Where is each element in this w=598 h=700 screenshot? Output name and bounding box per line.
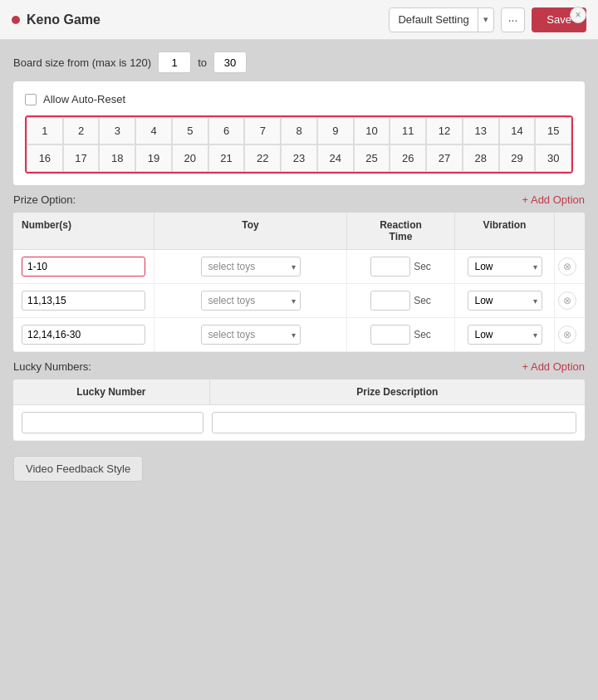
number-cell-10[interactable]: 10 [354, 117, 390, 144]
prize-label: Prize Option: [13, 193, 76, 206]
number-cell-30[interactable]: 30 [535, 144, 571, 172]
number-cell-7[interactable]: 7 [244, 117, 281, 144]
toy-select-wrapper-2: select toys [201, 291, 301, 311]
chevron-down-icon: ▾ [478, 8, 493, 32]
toy-select-1[interactable]: select toys [201, 257, 301, 277]
prize-numbers-input-3[interactable] [22, 325, 145, 345]
number-grid: 1 2 3 4 5 6 7 8 9 10 11 12 13 14 15 16 1… [25, 115, 573, 174]
board-size-to-label: to [198, 56, 207, 69]
close-icon[interactable]: × [570, 7, 586, 23]
toy-select-2[interactable]: select toys [201, 291, 301, 311]
prize-action-cell-1: ⊗ [555, 257, 585, 276]
lucky-row-1 [13, 405, 585, 441]
prize-table: Number(s) Toy ReactionTime Vibration sel… [13, 213, 585, 352]
title-right: Default Setting ▾ ··· Save [389, 7, 586, 32]
number-cell-9[interactable]: 9 [317, 117, 354, 144]
prize-numbers-cell-3 [13, 318, 154, 351]
number-cell-21[interactable]: 21 [208, 144, 245, 172]
lucky-table: Lucky Number Prize Description [13, 379, 585, 441]
board-size-to-input[interactable] [213, 51, 247, 73]
number-cell-18[interactable]: 18 [99, 144, 135, 172]
reaction-input-2[interactable] [370, 291, 410, 311]
title-bar: Keno Game Default Setting ▾ ··· Save × [0, 0, 598, 40]
number-cell-2[interactable]: 2 [63, 117, 100, 144]
feedback-style-button[interactable]: Video Feedback Style [13, 456, 143, 482]
prize-reaction-cell-3: Sec [347, 318, 455, 351]
delete-prize-row-1-button[interactable]: ⊗ [558, 257, 576, 276]
lucky-prize-cell-1 [212, 412, 576, 433]
setting-select[interactable]: Default Setting ▾ [389, 7, 493, 32]
vibration-select-1[interactable]: Low Medium High [468, 257, 542, 277]
delete-prize-row-2-button[interactable]: ⊗ [558, 291, 576, 310]
add-prize-option-button[interactable]: + Add Option [522, 193, 585, 206]
number-cell-24[interactable]: 24 [317, 144, 354, 172]
number-cell-12[interactable]: 12 [426, 117, 463, 144]
prize-row-1: select toys Sec Low Medium High [13, 250, 585, 284]
number-cell-29[interactable]: 29 [499, 144, 536, 172]
dots-button[interactable]: ··· [501, 7, 526, 32]
prize-toy-cell-1: select toys [154, 250, 347, 283]
add-lucky-option-button[interactable]: + Add Option [522, 360, 585, 373]
vibration-select-3[interactable]: Low Medium High [468, 325, 542, 345]
delete-prize-row-3-button[interactable]: ⊗ [558, 326, 576, 344]
prize-reaction-cell-2: Sec [347, 284, 455, 317]
number-cell-11[interactable]: 11 [390, 117, 426, 144]
number-cell-26[interactable]: 26 [390, 144, 426, 172]
number-cell-25[interactable]: 25 [354, 144, 390, 172]
reaction-input-1[interactable] [370, 257, 410, 277]
vibration-select-2[interactable]: Low Medium High [468, 291, 542, 311]
prize-row-2: select toys Sec Low Medium High [13, 284, 585, 318]
prize-numbers-input-2[interactable] [22, 291, 145, 311]
number-cell-20[interactable]: 20 [172, 144, 208, 172]
number-cell-4[interactable]: 4 [135, 117, 172, 144]
lucky-prize-input-1[interactable] [212, 412, 576, 433]
lucky-header: Lucky Numbers: + Add Option [13, 360, 585, 373]
prize-numbers-input-1[interactable] [22, 257, 145, 277]
reaction-input-3[interactable] [370, 325, 410, 345]
number-grid-row-2: 16 17 18 19 20 21 22 23 24 25 26 27 28 2… [27, 144, 571, 172]
title-left: Keno Game [12, 12, 100, 27]
header-reaction-time: ReactionTime [347, 213, 455, 249]
number-cell-22[interactable]: 22 [244, 144, 281, 172]
lucky-label: Lucky Numbers: [13, 360, 91, 373]
prize-numbers-cell-1 [13, 250, 154, 283]
prize-row-3: select toys Sec Low Medium High [13, 318, 585, 352]
number-cell-16[interactable]: 16 [27, 144, 63, 172]
number-cell-27[interactable]: 27 [426, 144, 463, 172]
number-cell-23[interactable]: 23 [281, 144, 317, 172]
toy-select-wrapper-3: select toys [201, 325, 301, 345]
number-cell-3[interactable]: 3 [99, 117, 135, 144]
prize-header: Prize Option: + Add Option [13, 193, 585, 206]
main-content: Board size from (max is 120) to Allow Au… [0, 40, 598, 700]
sec-label-1: Sec [414, 261, 431, 272]
lucky-num-cell-1 [22, 412, 212, 433]
number-cell-8[interactable]: 8 [281, 117, 317, 144]
auto-reset-checkbox[interactable] [25, 94, 37, 105]
lucky-header-prize: Prize Description [210, 379, 585, 404]
header-numbers: Number(s) [13, 213, 154, 249]
number-cell-13[interactable]: 13 [463, 117, 499, 144]
board-size-from-input[interactable] [158, 51, 191, 73]
prize-action-cell-2: ⊗ [555, 291, 585, 310]
number-cell-17[interactable]: 17 [63, 144, 100, 172]
vibration-select-wrapper-2: Low Medium High [468, 291, 542, 311]
prize-action-cell-3: ⊗ [555, 326, 585, 344]
sec-label-2: Sec [414, 295, 431, 306]
sec-label-3: Sec [414, 329, 431, 340]
number-cell-15[interactable]: 15 [535, 117, 571, 144]
lucky-number-input-1[interactable] [22, 412, 203, 433]
number-cell-1[interactable]: 1 [27, 117, 63, 144]
title-dot-icon [12, 16, 20, 24]
prize-reaction-cell-1: Sec [347, 250, 455, 283]
header-toy: Toy [154, 213, 347, 249]
number-cell-5[interactable]: 5 [172, 117, 208, 144]
number-cell-6[interactable]: 6 [208, 117, 245, 144]
number-cell-19[interactable]: 19 [135, 144, 172, 172]
prize-vibration-cell-2: Low Medium High [455, 284, 555, 317]
number-cell-28[interactable]: 28 [463, 144, 499, 172]
lucky-table-header: Lucky Number Prize Description [13, 379, 585, 405]
toy-select-3[interactable]: select toys [201, 325, 301, 345]
auto-reset-label: Allow Auto-Reset [43, 93, 125, 105]
toy-select-wrapper-1: select toys [201, 257, 301, 277]
number-cell-14[interactable]: 14 [499, 117, 536, 144]
